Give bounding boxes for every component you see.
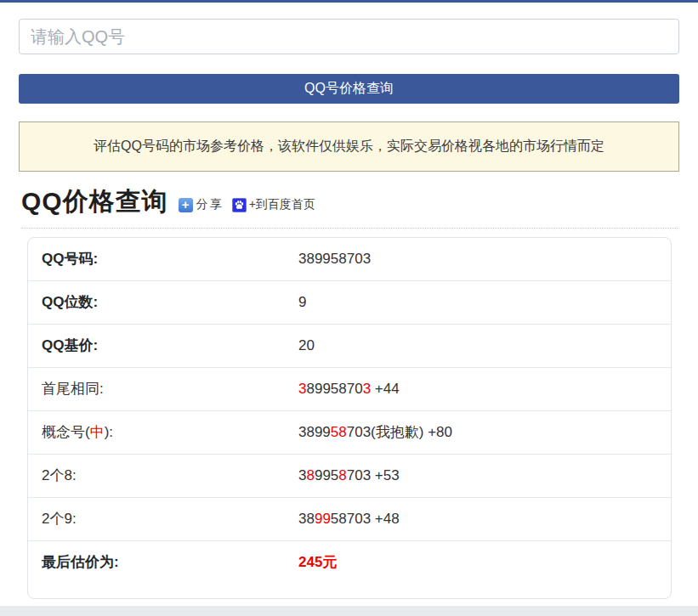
table-row: 2个8:389958703 +53 — [28, 455, 671, 498]
text-segment: 58703 +48 — [331, 511, 400, 527]
row-value: 9 — [298, 294, 306, 311]
text-segment: 最后估价为: — [42, 554, 119, 570]
text-segment: 概念号( — [42, 424, 90, 440]
row-label: 概念号(中): — [42, 424, 298, 441]
table-row: QQ号码:389958703 — [28, 238, 671, 281]
text-segment: +44 — [371, 381, 400, 397]
text-segment: QQ基价: — [42, 337, 98, 353]
highlighted-text: 中 — [90, 424, 105, 440]
table-row: 2个9:389958703 +48 — [28, 498, 671, 541]
add-to-baidu-label: +到百度首页 — [249, 197, 315, 212]
row-label: 2个8: — [42, 467, 298, 484]
page-title: QQ价格查询 — [21, 187, 168, 216]
table-row: 概念号(中):389958703(我抱歉) +80 — [28, 411, 671, 455]
row-value: 245元 — [298, 554, 337, 571]
row-label: 最后估价为: — [42, 554, 298, 571]
highlighted-text: 245元 — [298, 554, 337, 570]
share-plus-icon: + — [179, 198, 193, 212]
disclaimer-notice: 评估QQ号码的市场参考价格，该软件仅供娱乐，实际交易价格视各地的市场行情而定 — [19, 122, 679, 172]
text-segment: QQ位数: — [42, 294, 98, 310]
text-segment: 703(我抱歉) +80 — [347, 424, 452, 440]
share-label: 分享 — [196, 197, 224, 212]
text-segment: 20 — [298, 337, 315, 353]
table-row: QQ基价:20 — [28, 325, 671, 368]
row-value: 389958703 +44 — [298, 381, 400, 398]
highlighted-text: 8 — [338, 467, 346, 483]
row-label: QQ位数: — [42, 294, 298, 311]
footer-band — [0, 606, 698, 616]
text-segment: QQ号码: — [42, 251, 98, 267]
text-segment: 703 +53 — [347, 467, 400, 483]
text-segment: 38 — [298, 511, 315, 527]
text-segment: 389958703 — [298, 251, 371, 267]
text-segment: 9 — [298, 294, 306, 310]
share-button[interactable]: + 分享 — [179, 197, 224, 212]
baidu-paw-icon — [232, 198, 247, 212]
highlighted-text: 58 — [331, 424, 347, 440]
text-segment: 995 — [315, 467, 338, 483]
row-value: 389958703(我抱歉) +80 — [298, 424, 452, 441]
row-value: 20 — [298, 337, 315, 354]
result-table: QQ号码:389958703QQ位数:9QQ基价:20首尾相同:38995870… — [27, 237, 672, 599]
text-segment: 8995870 — [306, 381, 362, 397]
highlighted-text: 99 — [315, 511, 331, 527]
table-row: QQ位数:9 — [28, 281, 671, 325]
section-heading: QQ价格查询 + 分享 +到百度首页 — [21, 187, 678, 229]
add-to-baidu-home-link[interactable]: +到百度首页 — [232, 197, 315, 212]
text-segment: 2个9: — [42, 511, 77, 527]
text-segment: 首尾相同: — [42, 381, 104, 397]
text-segment: ): — [105, 424, 113, 440]
qq-number-input[interactable] — [19, 19, 679, 54]
main-content: QQ号价格查询 评估QQ号码的市场参考价格，该软件仅供娱乐，实际交易价格视各地的… — [0, 3, 698, 599]
row-value: 389958703 +53 — [298, 467, 400, 484]
row-label: 首尾相同: — [42, 381, 298, 398]
row-label: 2个9: — [42, 511, 298, 528]
row-label: QQ号码: — [42, 251, 298, 268]
text-segment: 3899 — [298, 424, 331, 440]
row-value: 389958703 — [298, 251, 371, 268]
disclaimer-text: 评估QQ号码的市场参考价格，该软件仅供娱乐，实际交易价格视各地的市场行情而定 — [94, 138, 604, 153]
price-query-button[interactable]: QQ号价格查询 — [19, 74, 679, 104]
table-row: 首尾相同:389958703 +44 — [28, 368, 671, 411]
highlighted-text: 8 — [306, 467, 314, 483]
table-row: 最后估价为:245元 — [28, 541, 671, 598]
row-value: 389958703 +48 — [298, 511, 400, 528]
row-label: QQ基价: — [42, 337, 298, 354]
highlighted-text: 3 — [363, 381, 371, 397]
text-segment: 2个8: — [42, 467, 77, 483]
